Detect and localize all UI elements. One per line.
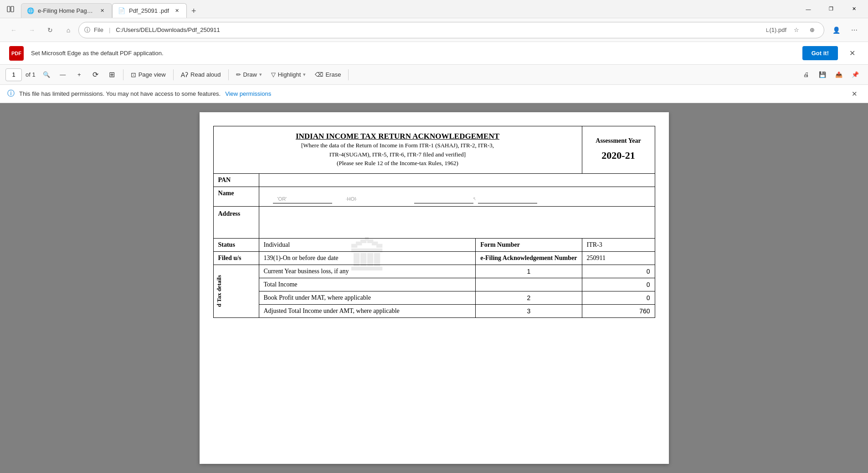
favorites-button[interactable]: ☆ [790, 24, 803, 36]
print-button[interactable]: 🖨 [799, 68, 813, 82]
filed-us-value: 139(1)-On or before due date 🏛 [259, 251, 476, 265]
two-page-button[interactable]: ⊞ [105, 68, 119, 82]
filed-efiling-row: Filed u/s 139(1)-On or before due date 🏛… [213, 251, 655, 265]
name-value: 'OR' ·HOI· ৎ [259, 187, 655, 206]
fit-button[interactable]: ⟳ [88, 68, 103, 82]
name-row: Name 'OR' ·HOI· ৎ [213, 187, 655, 206]
separator-2 [173, 69, 174, 80]
got-it-button[interactable]: Got it! [802, 46, 838, 60]
pdf-toolbar-right: 🖨 💾 📤 📌 [799, 68, 863, 82]
tax-row-3-val: 0 [582, 291, 655, 304]
pan-row: PAN [213, 173, 655, 187]
pin-button[interactable]: 📌 [848, 68, 863, 82]
forward-button[interactable]: → [24, 22, 40, 38]
new-tab-button[interactable]: + [187, 4, 200, 18]
tax-row-4-val: 760 [582, 304, 655, 317]
tax-details-row-2: Total Income 0 [213, 278, 655, 291]
tax-row-1-num: 1 [476, 265, 582, 278]
url-file-label: File [94, 26, 103, 33]
draw-button[interactable]: ✏ Draw ▾ [232, 68, 266, 82]
page-view-button[interactable]: ⊡ Page view [127, 68, 169, 82]
form-number-label: Form Number [476, 238, 582, 251]
tax-details-row-3: Book Profit under MAT, where applicable … [213, 291, 655, 304]
table-header-row: INDIAN INCOME TAX RETURN ACKNOWLEDGEMENT… [213, 126, 655, 174]
highlight-button[interactable]: ▽ Highlight ▾ [267, 68, 310, 82]
tax-row-2-val: 0 [582, 278, 655, 291]
pan-value [259, 173, 655, 187]
title-bar-left [4, 2, 17, 16]
address-value [259, 206, 655, 238]
permission-info-icon: ⓘ [7, 89, 15, 99]
filed-us-label: Filed u/s [213, 251, 259, 265]
assessment-year: Assessment Year 2020-21 [588, 135, 649, 165]
name-label: Name [213, 187, 259, 206]
maximize-button[interactable]: ❐ [821, 2, 842, 16]
tab-efiling-icon: 🌐 [27, 7, 34, 15]
efiling-ack-label: e-Filing Acknowledgement Number [476, 251, 582, 265]
tab-pdf-icon: 📄 [118, 7, 125, 15]
read-aloud-button[interactable]: Aʔ Read aloud [177, 68, 225, 82]
tax-row-2-num [476, 278, 582, 291]
tax-row-1-val: 0 [582, 265, 655, 278]
tabs-area: 🌐 e-Filing Home Page, Income Tax ✕ 📄 Pdf… [21, 0, 798, 18]
url-info-icon: ⓘ [84, 26, 90, 34]
erase-button[interactable]: ⌫ Erase [311, 68, 344, 82]
pdf-page: INDIAN INCOME TAX RETURN ACKNOWLEDGEMENT… [200, 112, 669, 464]
form-number-value: ITR-3 [582, 238, 655, 251]
address-bar: ← → ↻ ⌂ ⓘ File | C:/Users/DELL/Downloads… [0, 18, 868, 42]
doc-subtitle-3: (Please see Rule 12 of the Income-tax Ru… [219, 159, 576, 168]
window-close-button[interactable]: ✕ [843, 2, 864, 16]
tax-row-4-desc: Adjusted Total Income under AMT, where a… [259, 304, 476, 317]
export-button[interactable]: 📤 [832, 68, 846, 82]
tax-details-row-1: d Tax details Current Year business loss… [213, 265, 655, 278]
url-bar[interactable]: ⓘ File | C:/Users/DELL/Downloads/Pdf_250… [78, 22, 824, 38]
status-form-row: Status Individual Form Number ITR-3 [213, 238, 655, 251]
url-actions: ☆ ⊕ [790, 24, 818, 36]
svg-rect-0 [7, 6, 10, 12]
zoom-out-button[interactable]: — [56, 68, 70, 82]
pan-label: PAN [213, 173, 259, 187]
collections-button[interactable]: ⊕ [806, 24, 818, 36]
tax-details-row-4: Adjusted Total Income under AMT, where a… [213, 304, 655, 317]
tab-efiling[interactable]: 🌐 e-Filing Home Page, Income Tax ✕ [21, 3, 112, 18]
notification-close-button[interactable]: ✕ [845, 47, 859, 60]
page-total-label: of 1 [26, 71, 36, 78]
pdf-icon: PDF [9, 46, 24, 61]
doc-subtitle-1: [Where the data of the Return of Income … [219, 141, 576, 150]
view-permissions-link[interactable]: View permissions [225, 90, 271, 97]
address-label: Address [213, 206, 259, 238]
refresh-button[interactable]: ↻ [42, 22, 58, 38]
save-button[interactable]: 💾 [815, 68, 830, 82]
permission-close-button[interactable]: ✕ [848, 88, 861, 100]
more-button[interactable]: ⋯ [846, 22, 863, 38]
tab-efiling-close[interactable]: ✕ [98, 7, 106, 15]
notification-bar: PDF Set Microsoft Edge as the default PD… [0, 42, 868, 65]
svg-rect-1 [11, 6, 14, 12]
efiling-ack-value: 250911 [582, 251, 655, 265]
back-button[interactable]: ← [5, 22, 22, 38]
url-path-end: ˪(1).pdf [766, 26, 786, 34]
status-label: Status [213, 238, 259, 251]
title-bar: 🌐 e-Filing Home Page, Income Tax ✕ 📄 Pdf… [0, 0, 868, 18]
page-number-input[interactable] [5, 68, 22, 81]
profile-button[interactable]: 👤 [828, 22, 844, 38]
tab-pdf-close[interactable]: ✕ [173, 7, 181, 15]
status-value: Individual [259, 238, 476, 251]
pdf-toolbar: of 1 🔍 — + ⟳ ⊞ ⊡ Page view Aʔ Read aloud… [0, 65, 868, 85]
doc-subtitle-2: ITR-4(SUGAM), ITR-5, ITR-6, ITR-7 filed … [219, 150, 576, 159]
minimize-button[interactable]: — [798, 2, 819, 16]
address-row: Address [213, 206, 655, 238]
separator-3 [228, 69, 229, 80]
tax-row-3-desc: Book Profit under MAT, where applicable [259, 291, 476, 304]
doc-title: INDIAN INCOME TAX RETURN ACKNOWLEDGEMENT [219, 132, 576, 141]
pdf-content-area: INDIAN INCOME TAX RETURN ACKNOWLEDGEMENT… [0, 103, 868, 473]
tax-details-label: d Tax details [214, 273, 225, 309]
search-button[interactable]: 🔍 [39, 68, 54, 82]
zoom-in-button[interactable]: + [72, 68, 87, 82]
tax-row-4-num: 3 [476, 304, 582, 317]
home-button[interactable]: ⌂ [60, 22, 77, 38]
tab-pdf[interactable]: 📄 Pdf_25091 .pdf ✕ [112, 3, 187, 18]
permission-bar: ⓘ This file has limited permissions. You… [0, 85, 868, 103]
separator-4 [348, 69, 349, 80]
sidebar-toggle[interactable] [4, 2, 17, 16]
